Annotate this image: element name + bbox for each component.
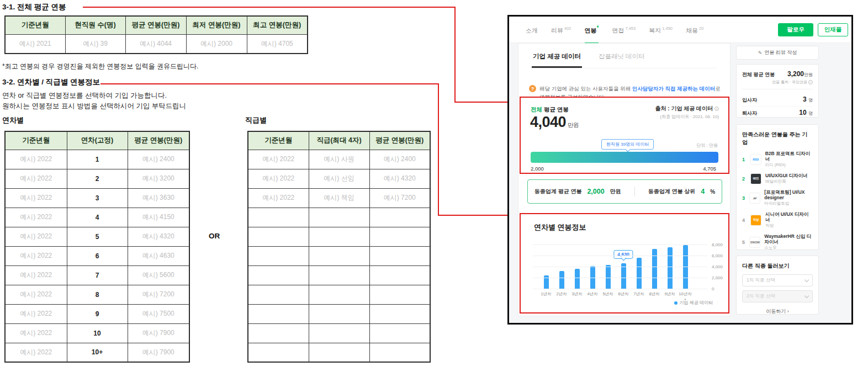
table-cell[interactable]: 예시) 3630 [128, 188, 189, 208]
bar[interactable] [606, 265, 611, 289]
table-cell[interactable]: 예시) 5600 [128, 265, 189, 285]
tab-채용[interactable]: 채용20 [686, 17, 703, 42]
table-cell[interactable]: 예시) 2022 [5, 188, 67, 208]
table-cell[interactable] [369, 343, 430, 362]
table-cell[interactable] [309, 208, 369, 227]
table-cell[interactable] [309, 304, 369, 323]
table-cell[interactable]: 7 [67, 265, 128, 285]
table-cell[interactable]: 예시) 3200 [128, 169, 189, 188]
table-cell[interactable]: 예시) 2400 [369, 150, 430, 169]
table-cell[interactable] [309, 343, 369, 362]
table-cell[interactable]: 예시) 2022 [5, 343, 67, 362]
table-cell[interactable]: 2 [67, 169, 128, 188]
table-cell[interactable]: 예시) 7900 [128, 323, 189, 343]
table-cell[interactable] [369, 265, 430, 285]
table-cell[interactable]: 예시) 2022 [5, 285, 67, 304]
company-ranking-item[interactable]: 5SNOWWaymakerHR 신입 디자이너스노우 [742, 233, 813, 251]
table-cell[interactable]: 3 [67, 188, 128, 208]
table-cell[interactable]: 예시) 2022 [248, 150, 309, 169]
info-icon[interactable] [714, 107, 719, 111]
company-ranking-item[interactable]: 4직방시니어 UI/UX 디자이너직방 [742, 211, 813, 228]
tab-면접[interactable]: 면접7,453 [612, 17, 636, 42]
follow-button[interactable]: 팔로우 [778, 23, 813, 36]
table-cell[interactable] [248, 265, 309, 285]
tab-연봉[interactable]: 연봉* [585, 16, 599, 44]
table-cell[interactable]: 예시) 2022 [5, 304, 67, 323]
table-cell[interactable]: 예시) 2022 [5, 150, 67, 169]
table-cell[interactable] [309, 285, 369, 304]
table-cell[interactable]: 예시) 7200 [128, 285, 189, 304]
table-cell[interactable] [369, 323, 430, 343]
table-cell[interactable] [248, 304, 309, 323]
table-cell[interactable]: 예시) 2022 [5, 169, 67, 188]
table-cell[interactable]: 10 [67, 323, 128, 343]
table-cell[interactable] [248, 208, 309, 227]
table-cell[interactable]: 예시) 4705 [247, 34, 308, 54]
table-cell[interactable] [369, 208, 430, 227]
table-cell[interactable]: 예시) 2022 [5, 227, 67, 246]
table-cell[interactable]: 예시) 4150 [128, 208, 189, 227]
table-cell[interactable]: 4 [67, 208, 128, 227]
table-cell[interactable]: 5 [67, 227, 128, 246]
joiners-row: 입사자 3 명 [742, 93, 813, 107]
table-cell[interactable]: 예시) 2400 [128, 150, 189, 169]
bar[interactable] [668, 247, 673, 289]
table-cell[interactable] [309, 265, 369, 285]
secondary-job-select[interactable]: 2차 직종 선택 [742, 290, 813, 302]
company-ranking-item[interactable]: 2배민UI/UX/GUI 디자이너배달의민족 [742, 173, 813, 184]
table-cell[interactable]: 예시) 선임 [309, 169, 369, 188]
table-cell[interactable]: 예시) 2022 [5, 265, 67, 285]
table-cell[interactable]: 예시) 4320 [369, 169, 430, 188]
table-cell[interactable]: 예시) 7900 [128, 343, 189, 362]
write-salary-review-button[interactable]: 연봉 리뷰 작성 [736, 46, 819, 60]
company-ranking-item[interactable]: 3.m´[프로덕트팀] UI/UX designer마이리얼트립 [742, 189, 813, 206]
table-cell[interactable]: 10+ [67, 343, 128, 362]
table-cell[interactable]: 예시) 4044 [125, 34, 186, 54]
table-cell[interactable] [248, 323, 309, 343]
table-cell[interactable] [309, 246, 369, 265]
bar[interactable] [652, 249, 657, 289]
table-cell[interactable]: 예시) 2021 [5, 34, 65, 54]
table-cell[interactable] [369, 285, 430, 304]
table-row: 예시) 20227예시) 5600 [5, 265, 189, 285]
table-cell[interactable]: 예시) 7200 [369, 188, 430, 208]
table-cell[interactable] [248, 285, 309, 304]
primary-job-select[interactable]: 1차 직종 선택 [742, 274, 813, 286]
tab-company-provided-data[interactable]: 기업 제공 데이터 [532, 52, 582, 68]
table-cell[interactable]: 예시) 2022 [248, 188, 309, 208]
talent-pool-button[interactable]: 인재풀 [818, 23, 848, 36]
table-cell[interactable]: 9 [67, 304, 128, 323]
table-cell[interactable]: 예시) 2022 [248, 169, 309, 188]
table-cell[interactable] [369, 304, 430, 323]
tab-리뷰[interactable]: 리뷰402 [551, 17, 571, 42]
table-cell[interactable]: 예시) 2022 [5, 208, 67, 227]
table-cell[interactable]: 예시) 39 [65, 34, 125, 54]
table-cell[interactable] [369, 227, 430, 246]
table-cell[interactable]: 예시) 2000 [186, 34, 247, 54]
tab-jobplanet-data[interactable]: 잡플래닛 데이터 [597, 52, 646, 68]
bar[interactable] [559, 271, 564, 289]
table-cell[interactable]: 예시) 4320 [128, 227, 189, 246]
table-cell[interactable] [248, 246, 309, 265]
tab-소개[interactable]: 소개 [526, 18, 538, 42]
table-cell[interactable] [309, 323, 369, 343]
table-cell[interactable]: 6 [67, 246, 128, 265]
company-ranking-item[interactable]: 1RIDIB2B 프로덕트 디자이너리디 (RIDI) [742, 151, 813, 168]
info-icon[interactable] [808, 80, 813, 84]
bar[interactable] [637, 258, 642, 289]
table-cell[interactable]: 예시) 2022 [5, 246, 67, 265]
table-cell[interactable]: 8 [67, 285, 128, 304]
table-cell[interactable]: 예시) 사원 [309, 150, 369, 169]
table-cell[interactable]: 1 [67, 150, 128, 169]
table-cell[interactable] [248, 227, 309, 246]
bar[interactable] [575, 269, 580, 289]
table-cell[interactable] [369, 246, 430, 265]
tab-복지[interactable]: 복지1,450 [649, 17, 673, 42]
table-cell[interactable] [248, 343, 309, 362]
go-link[interactable]: 이동하기 › [742, 308, 813, 315]
table-cell[interactable]: 예시) 7500 [128, 304, 189, 323]
table-cell[interactable]: 예시) 4630 [128, 246, 189, 265]
table-cell[interactable]: 예시) 책임 [309, 188, 369, 208]
table-cell[interactable]: 예시) 2022 [5, 323, 67, 343]
table-cell[interactable] [309, 227, 369, 246]
